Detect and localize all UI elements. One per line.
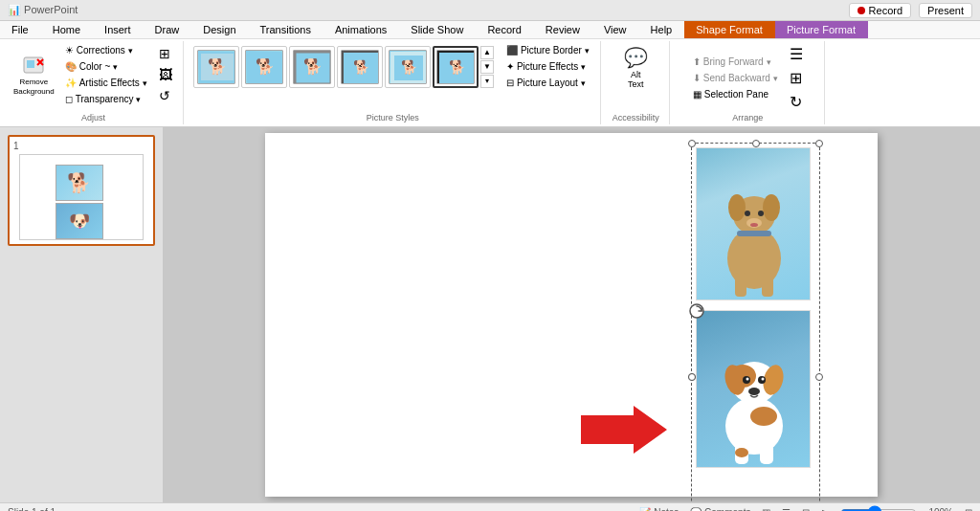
handle-tr[interactable]	[815, 140, 823, 147]
picture-style-6[interactable]: 🐕	[433, 46, 479, 88]
artistic-effects-button[interactable]: ✨ Artistic Effects	[60, 76, 152, 90]
record-button[interactable]: Record	[849, 3, 911, 18]
group-button[interactable]: ⊞	[785, 67, 808, 89]
tab-draw[interactable]: Draw	[144, 21, 192, 38]
tab-record[interactable]: Record	[476, 21, 533, 38]
tab-slideshow[interactable]: Slide Show	[399, 21, 476, 38]
send-backward-label: Send Backward	[703, 73, 770, 83]
svg-text:🐕: 🐕	[208, 57, 227, 76]
reset-picture-button[interactable]: ↺	[154, 86, 177, 105]
tab-help[interactable]: Help	[639, 21, 685, 38]
view-slideshow[interactable]: ⊳	[821, 507, 829, 511]
picture-border-icon: ⬛	[506, 45, 518, 56]
arrange-label: Arrange	[732, 113, 763, 122]
tab-insert[interactable]: Insert	[93, 21, 144, 38]
change-picture-button[interactable]: 🖼	[154, 65, 177, 84]
ribbon-tabs: File Home Insert Draw Design Transitions…	[0, 21, 980, 39]
group-icon: ⊞	[790, 69, 802, 87]
fit-slide[interactable]: ⊞	[965, 507, 972, 511]
statusbar: Slide 1 of 1 📝 Notes 💬 Comments ▦ ☰ ⊡ ⊳ …	[0, 502, 980, 511]
color-icon: 🎨	[65, 61, 77, 72]
picture-styles-gallery: 🐕 🐕 🐕	[191, 44, 496, 90]
svg-text:🐕: 🐕	[448, 59, 465, 76]
svg-point-26	[758, 211, 764, 216]
svg-marker-20	[581, 406, 667, 454]
style-6-preview: 🐕	[436, 50, 475, 84]
ribbon: RemoveBackground ☀ Corrections 🎨 Color ~	[0, 39, 980, 127]
rotate-button[interactable]: ↻	[785, 91, 808, 113]
picture-effects-button[interactable]: ✦ Picture Effects	[501, 59, 594, 74]
tab-animations[interactable]: Animations	[323, 21, 399, 38]
handle-mid-connection[interactable]	[688, 373, 696, 381]
picture-border-button[interactable]: ⬛ Picture Border	[501, 43, 594, 57]
tab-transitions[interactable]: Transitions	[249, 21, 323, 38]
tab-picture-format[interactable]: Picture Format	[775, 21, 868, 38]
handle-ml[interactable]	[688, 373, 696, 381]
align-button[interactable]: ☰	[785, 43, 808, 65]
tab-view[interactable]: View	[592, 21, 639, 38]
slide-thumbnail-1[interactable]: 1 🐕 🐶	[8, 135, 155, 246]
slide-content	[265, 133, 878, 497]
picture-styles-group: 🐕 🐕 🐕	[186, 41, 601, 124]
style-4-preview: 🐕	[341, 50, 379, 84]
picture-style-3[interactable]: 🐕	[289, 46, 335, 88]
artistic-chevron	[143, 78, 147, 88]
view-reading[interactable]: ⊡	[802, 507, 810, 511]
selection-pane-button[interactable]: ▦ Selection Pane	[688, 87, 783, 101]
color-button[interactable]: 🎨 Color ~	[60, 59, 152, 74]
notes-button[interactable]: 📝 Notes	[639, 507, 679, 511]
svg-point-32	[725, 397, 783, 455]
main-area: 1 🐕 🐶	[0, 127, 980, 502]
handle-mr[interactable]	[815, 373, 823, 381]
tab-file[interactable]: File	[0, 21, 41, 38]
picture-layout-label: Picture Layout	[517, 78, 578, 88]
bring-forward-icon: ⬆	[693, 56, 701, 67]
handle-tl[interactable]	[688, 140, 696, 147]
style-5-preview: 🐕	[389, 50, 427, 84]
handle-tm[interactable]	[752, 140, 760, 147]
alt-text-button[interactable]: 💬 AltText	[619, 43, 653, 92]
tab-design[interactable]: Design	[191, 21, 248, 38]
compress-pictures-button[interactable]: ⊞	[154, 44, 177, 63]
dog-image-top	[696, 147, 811, 300]
gallery-scroll-down[interactable]: ▼	[480, 60, 494, 74]
adjust-icons-col: ⊞ 🖼 ↺	[154, 44, 177, 105]
change-picture-icon: 🖼	[159, 67, 172, 82]
gallery-expand[interactable]: ▾	[480, 75, 494, 88]
picture-layout-button[interactable]: ⊟ Picture Layout	[501, 76, 594, 90]
tab-review[interactable]: Review	[534, 21, 592, 38]
svg-point-42	[748, 388, 760, 395]
layout-chevron	[581, 78, 586, 88]
tab-shape-format[interactable]: Shape Format	[684, 21, 775, 38]
send-backward-button[interactable]: ⬇ Send Backward	[688, 71, 783, 85]
rotation-link-handle[interactable]	[689, 303, 704, 319]
titlebar: 📊 PowerPoint Record Present	[0, 0, 980, 21]
picture-style-1[interactable]: 🐕	[193, 46, 239, 88]
svg-point-24	[763, 194, 780, 221]
transparency-button[interactable]: ◻ Transparency	[60, 92, 152, 106]
red-arrow	[581, 406, 667, 455]
view-outline[interactable]: ☰	[782, 507, 791, 511]
dog-image-bottom	[696, 310, 811, 468]
present-button[interactable]: Present	[919, 3, 972, 18]
arrange-right-col: ☰ ⊞ ↻	[785, 43, 808, 113]
view-normal[interactable]: ▦	[762, 507, 770, 511]
tab-home[interactable]: Home	[41, 21, 93, 38]
zoom-slider[interactable]	[840, 505, 917, 512]
gallery-scroll-up[interactable]: ▲	[480, 46, 494, 59]
bring-forward-button[interactable]: ⬆ Bring Forward	[688, 55, 783, 69]
comments-button[interactable]: 💬 Comments	[690, 507, 750, 511]
transparency-icon: ◻	[65, 94, 73, 104]
picture-style-5[interactable]: 🐕	[385, 46, 431, 88]
picture-style-2[interactable]: 🐕	[241, 46, 287, 88]
picture-style-4[interactable]: 🐕	[337, 46, 383, 88]
image-selection-container[interactable]	[691, 143, 820, 502]
reset-icon: ↺	[159, 88, 170, 103]
selection-pane-label: Selection Pane	[704, 89, 768, 100]
svg-rect-44	[760, 443, 773, 464]
slide-canvas[interactable]	[163, 127, 980, 502]
remove-background-button[interactable]: RemoveBackground	[10, 52, 58, 98]
corrections-button[interactable]: ☀ Corrections	[60, 43, 152, 57]
svg-text:🐕: 🐕	[400, 59, 417, 76]
bring-forward-label: Bring Forward	[703, 56, 764, 67]
